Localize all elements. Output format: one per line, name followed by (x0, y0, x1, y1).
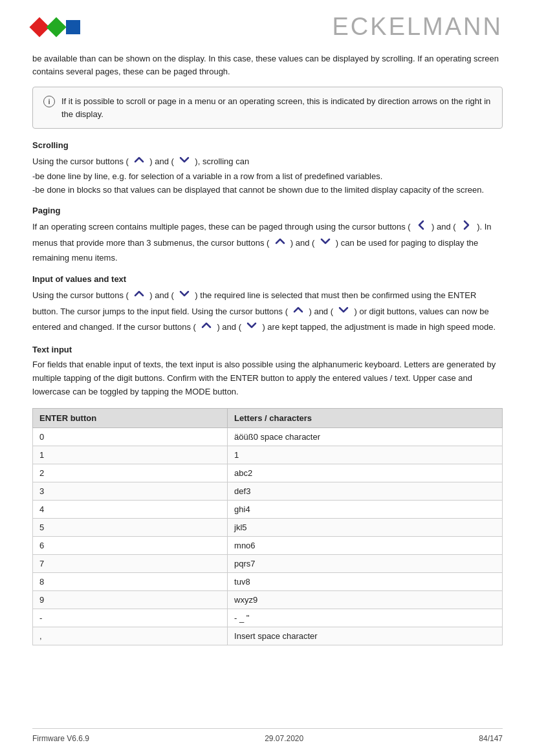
text-input-title: Text input (32, 345, 503, 354)
table-cell-chars: tuv8 (228, 572, 503, 590)
table-cell-button: 8 (33, 572, 228, 590)
table-header-button: ENTER button (33, 408, 228, 427)
chevron-down-icon-3 (179, 288, 190, 304)
page-footer: Firmware V6.6.9 29.07.2020 84/147 (32, 728, 503, 743)
table-cell-chars: - _ " (228, 609, 503, 627)
table-cell-button: - (33, 609, 228, 627)
intro-text: be available than can be shown on the di… (32, 52, 503, 78)
chevron-down-icon (179, 154, 190, 170)
info-box: i If it is possible to scroll or page in… (32, 87, 503, 129)
table-header-letters: Letters / characters (228, 408, 503, 427)
table-cell-button: 4 (33, 500, 228, 518)
logo-diamond-green (46, 17, 66, 37)
table-cell-button: 0 (33, 427, 228, 446)
table-cell-button: 6 (33, 536, 228, 554)
chevron-down-icon-4 (338, 304, 349, 320)
table-cell-button: 2 (33, 464, 228, 482)
chevron-down-icon-5 (246, 319, 257, 336)
input-title: Input of values and text (32, 274, 503, 284)
section-scrolling: Scrolling Using the cursor buttons ( ) a… (32, 140, 503, 197)
chevron-up-icon (133, 154, 145, 170)
page: ECKELMANN be available than can be shown… (0, 0, 535, 756)
info-icon: i (43, 96, 55, 107)
footer-page: 84/147 (479, 734, 503, 743)
chevron-right-icon (461, 219, 472, 235)
section-paging: Paging If an operating screen contains m… (32, 206, 503, 265)
table-cell-button: 3 (33, 482, 228, 500)
table-row: 7pqrs7 (33, 554, 503, 572)
table-row: 6mno6 (33, 536, 503, 554)
table-cell-button: 1 (33, 446, 228, 464)
table-cell-chars: jkl5 (228, 518, 503, 536)
table-cell-chars: 1 (228, 446, 503, 464)
table-cell-chars: pqrs7 (228, 554, 503, 572)
logo (32, 20, 80, 34)
section-input: Input of values and text Using the curso… (32, 274, 503, 336)
chevron-up-icon-5 (201, 319, 212, 336)
table-cell-chars: äöüß0 space character (228, 427, 503, 446)
table-row: -- _ " (33, 609, 503, 627)
table-row: 4ghi4 (33, 500, 503, 518)
table-row: ,Insert space character (33, 627, 503, 645)
table-cell-chars: Insert space character (228, 627, 503, 645)
table-row: 8tuv8 (33, 572, 503, 590)
scrolling-title: Scrolling (32, 140, 503, 150)
table-cell-button: 5 (33, 518, 228, 536)
table-cell-button: , (33, 627, 228, 645)
page-header: ECKELMANN (32, 13, 503, 41)
scrolling-body: Using the cursor buttons ( ) and ( ), sc… (32, 154, 503, 197)
chevron-up-icon-4 (292, 304, 304, 320)
chevron-up-icon-3 (133, 288, 145, 304)
character-table: ENTER button Letters / characters 0äöüß0… (32, 408, 503, 645)
logo-square-blue (66, 20, 80, 34)
section-text-input: Text input For fields that enable input … (32, 345, 503, 398)
table-cell-chars: def3 (228, 482, 503, 500)
input-body: Using the cursor buttons ( ) and ( ) the… (32, 288, 503, 336)
chevron-up-icon-2 (274, 235, 286, 252)
chevron-down-icon-2 (320, 235, 331, 252)
table-cell-chars: mno6 (228, 536, 503, 554)
table-row: 0äöüß0 space character (33, 427, 503, 446)
text-input-body: For fields that enable input of texts, t… (32, 358, 503, 398)
table-row: 11 (33, 446, 503, 464)
table-cell-button: 9 (33, 590, 228, 609)
table-row: 5jkl5 (33, 518, 503, 536)
table-row: 2abc2 (33, 464, 503, 482)
footer-firmware: Firmware V6.6.9 (32, 734, 89, 743)
table-cell-chars: wxyz9 (228, 590, 503, 609)
paging-body: If an operating screen contains multiple… (32, 219, 503, 265)
table-cell-chars: abc2 (228, 464, 503, 482)
footer-date: 29.07.2020 (265, 734, 303, 743)
brand-name: ECKELMANN (333, 13, 503, 41)
paging-title: Paging (32, 206, 503, 215)
table-row: 3def3 (33, 482, 503, 500)
table-cell-chars: ghi4 (228, 500, 503, 518)
table-row: 9wxyz9 (33, 590, 503, 609)
table-cell-button: 7 (33, 554, 228, 572)
info-box-text: If it is possible to scroll or page in a… (61, 95, 492, 120)
chevron-left-icon (415, 219, 427, 235)
